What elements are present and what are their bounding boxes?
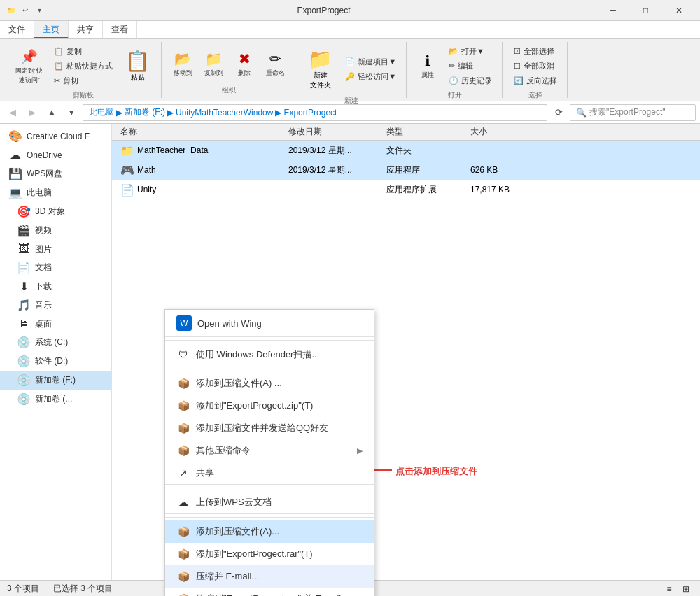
- cm-add-zip-a[interactable]: 📦 添加到压缩文件(A) ...: [165, 372, 374, 395]
- clipboard-label: 剪贴板: [73, 87, 94, 100]
- c-drive-icon: 💿: [17, 336, 31, 349]
- path-folder1[interactable]: UnityMathTeacherWindow: [176, 108, 273, 118]
- address-path[interactable]: 此电脑 ▶ 新加卷 (F:) ▶ UnityMathTeacherWindow …: [83, 104, 547, 121]
- cm-add-zip-qq[interactable]: 📦 添加到压缩文件并发送给QQ好友: [165, 417, 374, 439]
- cm-compress-email[interactable]: 📦 压缩并 E-mail...: [165, 565, 374, 588]
- cm-other-compress[interactable]: 📦 其他压缩命令 ▶: [165, 439, 374, 462]
- sidebar-item-wps[interactable]: 💾 WPS网盘: [0, 164, 111, 183]
- sidebar-item-g[interactable]: 💿 新加卷 (...: [0, 390, 111, 409]
- move-label: 移动到: [174, 69, 192, 78]
- zip-qq-icon: 📦: [176, 421, 190, 435]
- sidebar-item-f[interactable]: 💿 新加卷 (F:): [0, 371, 111, 390]
- sidebar-label-downloads: 下载: [35, 281, 52, 292]
- copy-to-button[interactable]: 📁 复制到: [200, 48, 227, 80]
- sidebar-item-c[interactable]: 💿 系统 (C:): [0, 333, 111, 352]
- sidebar-item-thispc[interactable]: 💻 此电脑: [0, 183, 111, 202]
- new-item-button[interactable]: 📄 新建项目▼: [341, 55, 400, 69]
- col-header-type[interactable]: 类型: [384, 126, 468, 138]
- search-placeholder: 搜索"ExportProgect": [589, 106, 666, 118]
- pin-icon: 📌: [20, 48, 38, 65]
- ribbon-tabs: 文件 主页 共享 查看: [0, 21, 700, 39]
- table-row[interactable]: 📄 Unity 应用程序扩展 17,817 KB: [112, 180, 700, 199]
- sidebar-label-f: 新加卷 (F:): [35, 374, 76, 386]
- main-area: 🎨 Creative Cloud F ☁ OneDrive 💾 WPS网盘 💻 …: [0, 124, 700, 580]
- col-header-name[interactable]: 名称: [118, 126, 286, 138]
- select-none-button[interactable]: ☐ 全部取消: [510, 59, 561, 73]
- sidebar-item-3d[interactable]: 🎯 3D 对象: [0, 202, 111, 221]
- tab-share[interactable]: 共享: [69, 21, 103, 38]
- search-box[interactable]: 🔍 搜索"ExportProgect": [570, 104, 696, 121]
- sidebar-item-music[interactable]: 🎵 音乐: [0, 296, 111, 315]
- table-row[interactable]: 🎮 Math 2019/3/12 星期... 应用程序 626 KB: [112, 160, 700, 180]
- move-button[interactable]: 📂 移动到: [169, 48, 197, 80]
- select-all-button[interactable]: ☑ 全部选择: [510, 45, 561, 58]
- cm-upload-wps[interactable]: ☁ 上传到WPS云文档: [165, 491, 374, 514]
- tab-view[interactable]: 查看: [103, 21, 137, 38]
- sidebar-item-d[interactable]: 💿 软件 (D:): [0, 352, 111, 371]
- down-icon[interactable]: ▾: [34, 5, 45, 16]
- sidebar-item-onedrive[interactable]: ☁ OneDrive: [0, 146, 111, 164]
- sidebar-item-pictures[interactable]: 🖼 图片: [0, 240, 111, 258]
- properties-label: 属性: [421, 71, 434, 80]
- history-button[interactable]: 🕐 历史记录: [444, 74, 496, 87]
- forward-button[interactable]: ▶: [24, 104, 41, 121]
- sidebar-item-video[interactable]: 🎬 视频: [0, 221, 111, 240]
- back-button[interactable]: ◀: [4, 104, 21, 121]
- sidebar-item-downloads[interactable]: ⬇ 下载: [0, 277, 111, 296]
- up-button[interactable]: ▲: [43, 104, 60, 121]
- cut-button[interactable]: ✂ 剪切: [50, 74, 117, 87]
- col-header-size[interactable]: 大小: [468, 126, 538, 138]
- pin-button[interactable]: 📌 固定到"快速访问": [11, 45, 47, 87]
- address-bar: ◀ ▶ ▲ ▾ 此电脑 ▶ 新加卷 (F:) ▶ UnityMathTeache…: [0, 101, 700, 124]
- rename-icon: ✏: [270, 50, 281, 67]
- edit-button[interactable]: ✏ 编辑: [444, 59, 496, 73]
- cm-share[interactable]: ↗ 共享: [165, 462, 374, 485]
- easy-access-button[interactable]: 🔑 轻松访问▼: [341, 70, 400, 83]
- maximize-button[interactable]: □: [630, 0, 662, 21]
- cm-defender[interactable]: 🛡 使用 Windows Defender扫描...: [165, 343, 374, 366]
- list-view-button[interactable]: ≡: [662, 582, 676, 596]
- cm-add-rar-a[interactable]: 📦 添加到压缩文件(A)...: [165, 520, 374, 543]
- minimize-button[interactable]: ─: [597, 0, 629, 21]
- sidebar-item-desktop[interactable]: 🖥 桌面: [0, 315, 111, 333]
- rename-button[interactable]: ✏ 重命名: [261, 48, 289, 80]
- cm-open-wing[interactable]: W Open with Wing: [165, 310, 374, 337]
- cm-add-rar-t[interactable]: 📦 添加到"ExportProgect.rar"(T): [165, 543, 374, 565]
- delete-button[interactable]: ✖ 删除: [230, 48, 258, 80]
- path-drive[interactable]: 新加卷 (F:): [125, 106, 165, 118]
- invert-button[interactable]: 🔄 反向选择: [510, 74, 561, 87]
- path-folder2[interactable]: ExportProgect: [284, 108, 337, 118]
- ribbon-group-open: ℹ 属性 📂 打开▼ ✏ 编辑 🕐 历史记录: [408, 42, 503, 98]
- ribbon-group-organize: 📂 移动到 📁 复制到 ✖ 删除 ✏ 重命名 组织: [163, 42, 295, 98]
- cm-defender-label: 使用 Windows Defender扫描...: [196, 348, 319, 361]
- paste-shortcut-button[interactable]: 📋 粘贴快捷方式: [50, 59, 117, 73]
- scissors-icon: ✂: [54, 76, 60, 85]
- new-folder-button[interactable]: 📁 新建文件夹: [302, 45, 338, 93]
- sidebar-item-creative-cloud[interactable]: 🎨 Creative Cloud F: [0, 127, 111, 146]
- tab-home[interactable]: 主页: [34, 21, 69, 38]
- zip-t-icon: 📦: [176, 399, 190, 413]
- file-name-0: 📁 MathTeacher_Data: [118, 143, 286, 157]
- sidebar-item-docs[interactable]: 📄 文档: [0, 258, 111, 277]
- recent-button[interactable]: ▾: [63, 104, 80, 121]
- cm-wing-label: Open with Wing: [197, 318, 262, 329]
- paste-button[interactable]: 📋 粘贴: [120, 47, 155, 85]
- rar-email-icon: 📦: [176, 592, 190, 596]
- open-button[interactable]: 📂 打开▼: [444, 45, 496, 58]
- close-button[interactable]: ✕: [663, 0, 694, 21]
- refresh-button[interactable]: ⟳: [550, 104, 567, 121]
- cm-add-zip-t[interactable]: 📦 添加到"ExportProgect.zip"(T): [165, 395, 374, 417]
- select-all-icon: ☑: [514, 47, 521, 56]
- col-header-date[interactable]: 修改日期: [286, 126, 384, 138]
- search-icon: 🔍: [576, 108, 587, 118]
- undo-icon[interactable]: ↩: [20, 5, 31, 16]
- tab-file[interactable]: 文件: [0, 21, 34, 38]
- cm-compress-rar-email[interactable]: 📦 压缩到"ExportProgect.rar" 并 E-mail: [165, 588, 374, 596]
- properties-button[interactable]: ℹ 属性: [414, 50, 442, 83]
- open-items: ℹ 属性 📂 打开▼ ✏ 编辑 🕐 历史记录: [414, 45, 496, 87]
- pin-label: 固定到"快速访问": [15, 66, 43, 85]
- grid-view-button[interactable]: ⊞: [679, 582, 693, 596]
- table-row[interactable]: 📁 MathTeacher_Data 2019/3/12 星期... 文件夹: [112, 141, 700, 160]
- copy-button[interactable]: 📋 复制: [50, 45, 117, 58]
- path-computer[interactable]: 此电脑: [89, 106, 114, 118]
